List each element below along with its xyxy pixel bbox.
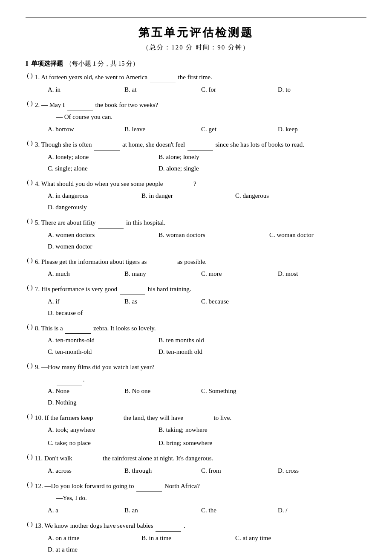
options-row-13: A. on a timeB. in a timeC. at any timeD.… xyxy=(26,532,366,555)
options-row-11: A. acrossB. throughC. fromD. cross xyxy=(26,465,366,477)
option-12-A: A. a xyxy=(48,505,124,516)
option-8-D: D. ten-month old xyxy=(159,346,269,358)
answer-paren-6: ( ) xyxy=(26,257,34,264)
questions-container: ( )1. At forteen years old, she went to … xyxy=(26,72,366,555)
answer-paren-4: ( ) xyxy=(26,179,34,186)
section-note: （每小题 1 分，共 15 分） xyxy=(66,60,139,68)
section-label: 单项选择题 xyxy=(31,60,63,68)
page-title: 第五单元评估检测题 xyxy=(26,25,366,40)
option-7-C: C. because xyxy=(201,296,278,307)
options-row-5: A. women doctorsB. woman doctorsC. woman… xyxy=(26,229,366,252)
question-text-5: 5. There are about fifity in this hospit… xyxy=(35,217,366,228)
sub-line-2: — Of course you can. xyxy=(26,111,366,123)
options-row-7: A. ifB. asC. becauseD. because of xyxy=(26,296,366,319)
answer-paren-10: ( ) xyxy=(26,413,34,420)
answer-paren-11: ( ) xyxy=(26,453,34,460)
question-2: ( )2. — May I the book for two weeks?— O… xyxy=(26,100,366,136)
option-2-A: A. borrow xyxy=(48,124,124,135)
question-1: ( )1. At forteen years old, she went to … xyxy=(26,72,366,95)
question-text-1: 1. At forteen years old, she went to Ame… xyxy=(35,72,366,83)
question-5: ( )5. There are about fifity in this hos… xyxy=(26,217,366,252)
option-6-A: A. much xyxy=(48,268,124,280)
answer-paren-1: ( ) xyxy=(26,72,34,79)
question-8: ( )8. This is a zebra. It looks so lovel… xyxy=(26,323,366,358)
option-12-C: C. the xyxy=(201,505,278,516)
option-5-C: C. woman doctor xyxy=(269,229,363,241)
option-13-B: B. in a time xyxy=(141,532,235,544)
question-text-12: 12. —Do you look forward to going to Nor… xyxy=(35,481,366,492)
options-row-6: A. muchB. manyC. moreD. most xyxy=(26,268,366,280)
options-row-2: A. borrowB. leaveC. getD. keep xyxy=(26,124,366,135)
option-1-C: C. for xyxy=(201,84,278,95)
option-4-A: A. in dangerous xyxy=(48,190,141,202)
question-text-9: 9. —How many films did you watch last ye… xyxy=(35,362,366,373)
question-6: ( )6. Please get the information about t… xyxy=(26,257,366,280)
answer-paren-13: ( ) xyxy=(26,520,34,528)
option-9-B: B. No one xyxy=(124,385,201,397)
option-10-D: D. bring; somewhere xyxy=(159,437,269,449)
answer-paren-9: ( ) xyxy=(26,362,34,369)
page-subtitle: （总分：120 分 时间：90 分钟） xyxy=(26,43,366,52)
option-13-C: C. at any time xyxy=(235,532,329,544)
question-7: ( )7. His performance is very good his h… xyxy=(26,284,366,319)
question-text-13: 13. We know mother dogs have several bab… xyxy=(35,520,366,532)
answer-paren-2: ( ) xyxy=(26,100,34,107)
question-text-3: 3. Though she is often at home, she does… xyxy=(35,139,366,150)
question-9: ( )9. —How many films did you watch last… xyxy=(26,362,366,408)
question-text-8: 8. This is a zebra. It looks so lovely. xyxy=(35,323,366,334)
answer-paren-3: ( ) xyxy=(26,139,34,147)
option-11-B: B. through xyxy=(124,465,201,477)
answer-paren-12: ( ) xyxy=(26,481,34,488)
option-9-A: A. None xyxy=(48,385,124,397)
option-6-B: B. many xyxy=(124,268,201,280)
option-7-B: B. as xyxy=(124,296,201,307)
options-row-8: A. ten-months-oldB. ten months oldC. ten… xyxy=(26,335,366,358)
question-text-6: 6. Please get the information about tige… xyxy=(35,257,366,268)
question-11: ( )11. Don't walk the rainforest alone a… xyxy=(26,453,366,477)
sub-line-12: —Yes, I do. xyxy=(26,492,366,504)
question-13: ( )13. We know mother dogs have several … xyxy=(26,520,366,555)
option-12-B: B. an xyxy=(124,505,201,516)
option-6-D: D. most xyxy=(278,268,355,280)
options-row-1: A. inB. atC. forD. to xyxy=(26,84,366,95)
options-row2-10: C. take; no placeD. bring; somewhere xyxy=(26,437,366,449)
option-5-A: A. women doctors xyxy=(48,229,159,241)
options-row1-10: A. took; anywhereB. taking; nowhere xyxy=(26,424,366,436)
option-2-B: B. leave xyxy=(124,124,201,135)
answer-paren-8: ( ) xyxy=(26,323,34,330)
option-10-B: B. taking; nowhere xyxy=(159,424,269,436)
option-10-C: C. take; no place xyxy=(48,437,159,449)
options-row-4: A. in dangerousB. in dangerC. dangerousD… xyxy=(26,190,366,213)
option-5-B: B. woman doctors xyxy=(159,229,269,241)
option-8-A: A. ten-months-old xyxy=(48,335,159,346)
question-3: ( )3. Though she is often at home, she d… xyxy=(26,139,366,174)
option-13-D: D. at a time xyxy=(48,544,141,555)
option-4-C: C. dangerous xyxy=(235,190,329,202)
options-row-3: A. lonely; aloneB. alone; lonelyC. singl… xyxy=(26,151,366,174)
question-text-7: 7. His performance is very good his hard… xyxy=(35,284,366,295)
option-9-D: D. Nothing xyxy=(48,397,124,408)
option-11-A: A. across xyxy=(48,465,124,477)
option-9-C: C. Something xyxy=(201,385,295,397)
option-3-B: B. alone; lonely xyxy=(159,151,269,163)
section-header: I 单项选择题 （每小题 1 分，共 15 分） xyxy=(26,59,366,68)
option-3-A: A. lonely; alone xyxy=(48,151,159,163)
question-text-10: 10. If the farmers keep the land, they w… xyxy=(35,413,366,424)
option-1-D: D. to xyxy=(278,84,355,95)
option-3-D: D. alone; single xyxy=(159,163,269,174)
option-8-C: C. ten-month-old xyxy=(48,346,159,358)
top-line xyxy=(26,17,366,17)
answer-paren-7: ( ) xyxy=(26,284,34,291)
question-text-4: 4. What should you do when you see some … xyxy=(35,179,366,190)
question-10: ( )10. If the farmers keep the land, the… xyxy=(26,413,366,449)
option-8-B: B. ten months old xyxy=(159,335,269,346)
option-7-A: A. if xyxy=(48,296,124,307)
option-1-B: B. at xyxy=(124,84,201,95)
option-7-D: D. because of xyxy=(48,307,141,319)
options-row-12: A. aB. anC. theD. / xyxy=(26,505,366,516)
option-6-C: C. more xyxy=(201,268,278,280)
option-10-A: A. took; anywhere xyxy=(48,424,159,436)
option-4-D: D. dangerously xyxy=(48,202,141,213)
options-row-9: A. NoneB. No oneC. SomethingD. Nothing xyxy=(26,385,366,408)
question-12: ( )12. —Do you look forward to going to … xyxy=(26,481,366,517)
